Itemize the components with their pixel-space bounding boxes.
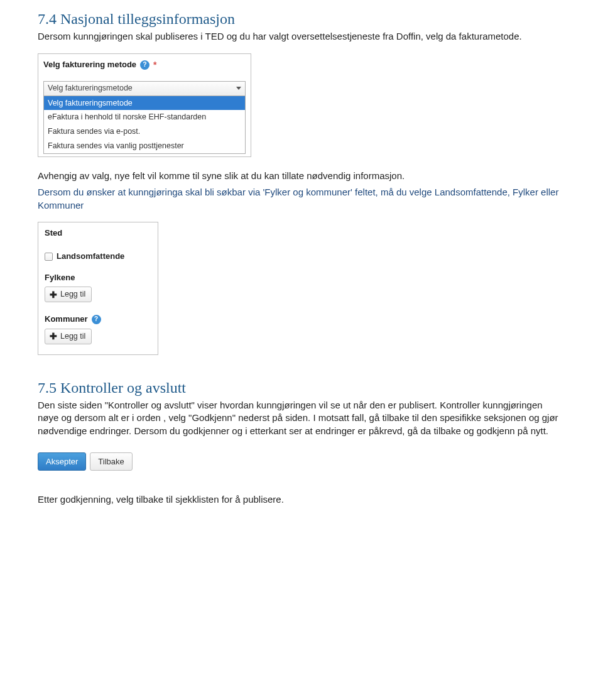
- fylkene-add-button[interactable]: ✚ Legg til: [45, 287, 92, 302]
- landsomfattende-checkbox[interactable]: [45, 253, 53, 261]
- chevron-down-icon: [236, 87, 241, 90]
- help-icon[interactable]: ?: [140, 60, 149, 70]
- dropdown-option[interactable]: Faktura sendes via e-post.: [44, 124, 245, 139]
- select-value: Velg faktureringsmetode: [48, 83, 133, 94]
- fakturering-select[interactable]: Velg faktureringsmetode: [43, 81, 246, 96]
- help-icon[interactable]: ?: [92, 315, 101, 324]
- back-button[interactable]: Tilbake: [90, 452, 132, 471]
- fylkene-add-label: Legg til: [60, 289, 85, 300]
- para-7-4-intro: Dersom kunngjøringen skal publiseres i T…: [38, 30, 565, 43]
- para-7-4-dersom: Dersom du ønsker at kunngjøringa skal bl…: [38, 186, 565, 212]
- para-7-5-after: Etter godkjenning, velg tilbake til sjek…: [38, 493, 565, 506]
- fakturering-dropdown: Velg faktureringsmetode eFaktura i henho…: [43, 96, 246, 155]
- kommuner-add-button[interactable]: ✚ Legg til: [45, 329, 92, 344]
- para-7-4-avhengig: Avhengig av valg, nye felt vil komme til…: [38, 170, 565, 182]
- required-star-icon: *: [153, 59, 156, 71]
- plus-icon: ✚: [50, 290, 57, 299]
- dropdown-option[interactable]: Faktura sendes via vanlig posttjenester: [44, 139, 245, 153]
- kommuner-label: Kommuner: [45, 314, 88, 325]
- fakturering-widget: Velg fakturering metode ? * Velg fakture…: [38, 53, 251, 157]
- landsomfattende-label: Landsomfattende: [57, 251, 124, 262]
- kommuner-add-label: Legg til: [60, 331, 85, 342]
- accept-button[interactable]: Aksepter: [38, 452, 86, 471]
- heading-7-4: 7.4 Nasjonal tilleggsinformasjon: [38, 9, 565, 29]
- button-row: Aksepter Tilbake: [38, 452, 565, 471]
- sted-title: Sted: [38, 226, 158, 240]
- dropdown-option[interactable]: eFaktura i henhold til norske EHF-standa…: [44, 110, 245, 124]
- plus-icon: ✚: [50, 332, 57, 341]
- heading-7-5: 7.5 Kontroller og avslutt: [38, 378, 565, 398]
- sted-widget: Sted Landsomfattende Fylkene ✚ Legg til …: [38, 222, 158, 355]
- dropdown-option[interactable]: Velg faktureringsmetode: [44, 96, 245, 111]
- para-7-5-main: Den siste siden "Kontroller og avslutt" …: [38, 399, 565, 437]
- fylkene-label: Fylkene: [38, 271, 158, 285]
- fakturering-label: Velg fakturering metode: [43, 59, 136, 70]
